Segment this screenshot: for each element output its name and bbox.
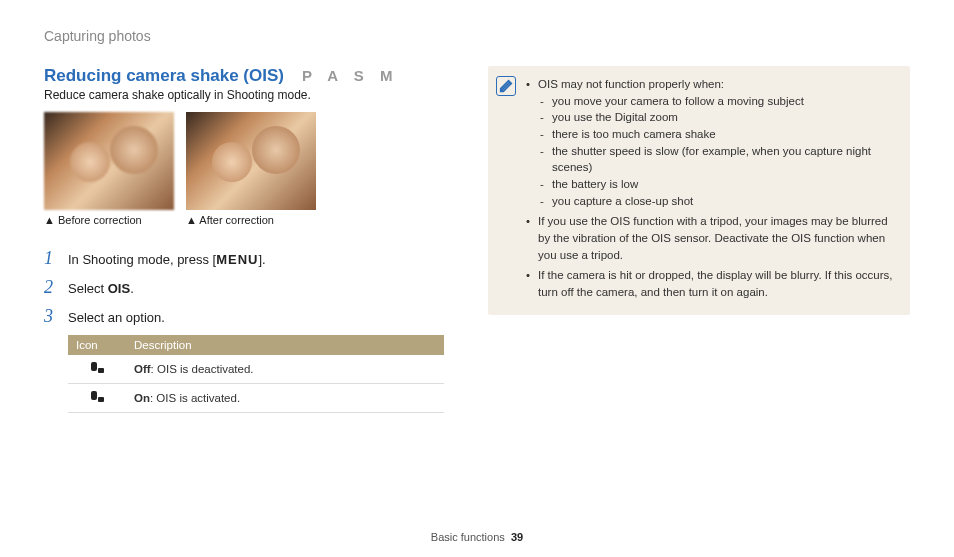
step-number: 3 <box>44 306 58 327</box>
note-item: OIS may not function properly when: you … <box>526 76 896 209</box>
table-row: Off: OIS is deactivated. <box>68 355 444 384</box>
section-heading: Reducing camera shake (OIS) <box>44 66 284 86</box>
step-number: 2 <box>44 277 58 298</box>
left-column: Reducing camera shake (OIS) P A S M Redu… <box>44 66 444 413</box>
ois-label: OIS <box>108 281 130 296</box>
note-subitem: you use the Digital zoom <box>538 109 896 126</box>
ois-on-icon <box>88 390 106 404</box>
option-name: On <box>134 392 150 404</box>
note-subitem: you capture a close-up shot <box>538 193 896 210</box>
before-photo <box>44 112 174 210</box>
step-text: Select an option. <box>68 310 165 325</box>
note-box: OIS may not function properly when: you … <box>488 66 910 315</box>
step-text: ]. <box>258 252 265 267</box>
note-subitem: the shutter speed is slow (for example, … <box>538 143 896 176</box>
note-icon <box>496 76 516 96</box>
step-3: 3 Select an option. <box>44 306 444 327</box>
page-footer: Basic functions 39 <box>0 531 954 543</box>
svg-rect-3 <box>98 397 104 402</box>
note-item: If you use the OIS function with a tripo… <box>526 213 896 263</box>
note-subitem: there is too much camera shake <box>538 126 896 143</box>
note-text: OIS may not function properly when: <box>538 78 724 90</box>
after-photo <box>186 112 316 210</box>
before-caption: ▲ Before correction <box>44 214 174 226</box>
table-header-desc: Description <box>126 335 444 355</box>
svg-rect-2 <box>91 391 97 400</box>
menu-button-label: MENU <box>216 252 258 267</box>
footer-section: Basic functions <box>431 531 505 543</box>
step-2: 2 Select OIS. <box>44 277 444 298</box>
table-row: On: OIS is activated. <box>68 384 444 413</box>
note-item: If the camera is hit or dropped, the dis… <box>526 267 896 300</box>
option-desc: : OIS is deactivated. <box>151 363 254 375</box>
option-desc: : OIS is activated. <box>150 392 240 404</box>
right-column: OIS may not function properly when: you … <box>488 66 910 413</box>
after-caption: ▲ After correction <box>186 214 316 226</box>
page-number: 39 <box>511 531 523 543</box>
table-header-icon: Icon <box>68 335 126 355</box>
svg-rect-0 <box>91 362 97 371</box>
mode-indicator: P A S M <box>302 67 398 84</box>
chapter-title: Capturing photos <box>44 28 910 44</box>
step-text: In Shooting mode, press [ <box>68 252 216 267</box>
step-number: 1 <box>44 248 58 269</box>
svg-rect-1 <box>98 368 104 373</box>
note-subitem: you move your camera to follow a moving … <box>538 93 896 110</box>
section-subtitle: Reduce camera shake optically in Shootin… <box>44 88 444 102</box>
step-text: . <box>130 281 134 296</box>
options-table: Icon Description Off: OIS is deactivated… <box>68 335 444 413</box>
note-subitem: the battery is low <box>538 176 896 193</box>
option-name: Off <box>134 363 151 375</box>
step-1: 1 In Shooting mode, press [MENU]. <box>44 248 444 269</box>
ois-off-icon <box>88 361 106 375</box>
step-text: Select <box>68 281 108 296</box>
